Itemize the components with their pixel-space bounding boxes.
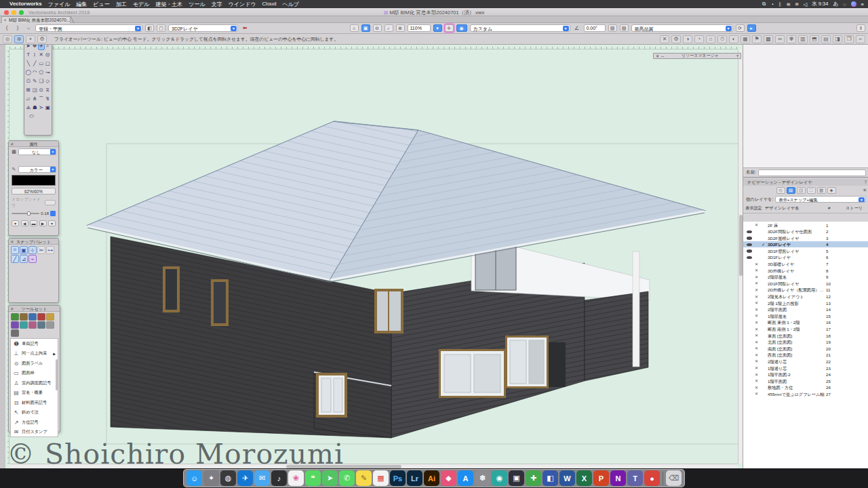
siri-icon[interactable] [851,1,856,7]
toolset-item-8[interactable]: ↗方位記号 [11,418,58,428]
render-option-icon-6[interactable]: ◐ [729,35,738,43]
dock-icon-safari[interactable]: ✈ [237,470,253,486]
lineweight-slider[interactable] [12,213,39,214]
quality-dropdown[interactable]: 最高品質 [631,24,733,32]
layer-row-3[interactable]: 3D2F屋根レイヤ3 [743,235,868,241]
render-option-icon-5[interactable]: ⏱ [717,35,727,43]
dock-icon-launchpad[interactable]: ✦ [203,470,219,486]
plan-rotation-button[interactable]: ✛ [445,24,454,32]
status-icon-0[interactable]: ⧉ [762,1,766,7]
vertical-scrollbar[interactable] [738,49,743,464]
basic-tool-5[interactable]: ⟟ [32,50,39,59]
toolset-category-9[interactable] [46,321,54,329]
visibility-hidden-icon[interactable]: ✕ [755,333,758,338]
visibility-hidden-icon[interactable]: ✕ [755,268,758,272]
snap-tool-0[interactable]: ⌗ [11,246,19,254]
dock-icon-photos[interactable]: ❀ [288,470,304,486]
visibility-hidden-icon[interactable]: ✕ [755,313,758,318]
render-option-icon-16[interactable]: ❐ [844,35,854,43]
opacity-button[interactable]: 62%/60% [12,188,56,195]
basic-tool-22[interactable]: ⊙ [38,85,45,94]
render-option-icon-12[interactable]: ▥ [798,35,808,43]
layer-row-14[interactable]: ✕2階平面図14 [743,306,868,313]
snap-tool-1[interactable]: ▣ [20,246,28,254]
viewbar-expand-button[interactable]: ⇕ [856,24,865,32]
visibility-hidden-icon[interactable]: ✕ [755,391,758,396]
flyover-settings-button[interactable]: ⚙ [37,35,47,43]
status-icon-2[interactable]: ᛒ [778,1,782,7]
basic-tool-11[interactable]: ▢ [45,59,52,68]
dock-icon-mail[interactable]: ✉ [254,470,270,486]
resource-manager-collapsed-window[interactable]: ✕ ─ リソースマネージャ ? [653,53,741,59]
palette-close-icon[interactable]: ✕ [10,239,14,245]
visibility-hidden-icon[interactable]: ✕ [755,287,758,292]
render-option-icon-1[interactable]: ⚙ [671,35,681,43]
layer-row-12[interactable]: ✕2階見本レイアウト12 [743,293,868,300]
basic-tool-30[interactable]: ≻ [38,103,45,112]
toolset-item-6[interactable]: ⊟材料図示記号 [11,398,58,408]
layer-row-16[interactable]: ✕断面 東側 1・2階16 [743,319,868,326]
menu-item-2[interactable]: 編集 [76,1,87,8]
active-layer-dropdown[interactable]: 3D2Fレイヤ [168,24,238,32]
layer-row-4[interactable]: ✓3D2Fレイヤ4 [743,241,868,248]
projection-dropdown[interactable]: カスタム [470,24,570,32]
basic-tool-12[interactable]: ◯ [25,68,32,77]
dock-icon-dark-app-2[interactable]: ▣ [509,470,524,486]
update-button[interactable]: ▸ [747,24,756,32]
layer-row-2[interactable]: 3D2F間取レイヤ仕図面2 [743,228,868,235]
layer-row-24[interactable]: ✕1階平面図-224 [743,371,868,378]
visibility-hidden-icon[interactable]: ✕ [755,262,758,266]
flyover-mode-3-button[interactable]: ⌖ [26,35,35,43]
resource-manager-minimize-icon[interactable]: ─ [661,54,664,58]
dock-icon-teams[interactable]: T [627,470,643,486]
toolset-category-7[interactable] [28,321,37,329]
layer-row-9[interactable]: ✕2階部屋名9 [743,274,868,281]
lock-icon[interactable]: ⌂ [350,24,359,32]
render-option-icon-0[interactable]: ✕ [660,35,669,43]
notification-center-icon[interactable]: ≡ [861,1,864,7]
menu-item-11[interactable]: ヘルプ [282,1,299,8]
basic-tool-29[interactable]: ☗ [32,103,39,112]
render-option-icon-10[interactable]: ═ [775,35,785,43]
dock-icon-pink-app[interactable]: ◆ [441,470,456,486]
visibility-hidden-icon[interactable]: ✕ [755,294,758,299]
visibility-hidden-icon[interactable]: ✕ [755,300,758,305]
basic-tool-15[interactable]: ↝ [45,68,52,77]
angle-field[interactable]: 0.00° [584,24,606,32]
visibility-eye-icon[interactable] [747,243,752,247]
basic-tool-31[interactable]: ▣ [45,103,52,112]
navigation-menu-icon[interactable]: ✳ [863,188,867,193]
dock-icon-blue-app[interactable]: ◧ [542,470,558,486]
toolset-category-1[interactable] [20,313,28,321]
toolset-item-7[interactable]: ↖斜め寸法 [11,408,58,418]
render-option-icon-4[interactable]: ⌂ [706,35,715,43]
basic-tool-18[interactable]: ❏ [38,77,45,85]
render-option-icon-9[interactable]: ▩ [764,35,773,43]
marker-button-1[interactable]: ◀ [21,220,28,226]
layer-row-8[interactable]: ✕3D外構レイヤ8 [743,267,868,274]
menu-item-9[interactable]: ウインドウ [229,1,256,8]
visibility-eye-icon[interactable] [747,249,752,253]
toolset-item-1[interactable]: ⊥同一点上拘束▶ [11,349,58,359]
menu-clock[interactable]: 水 9:34 [812,1,828,7]
lineweight-dropdown-icon[interactable] [50,211,56,216]
basic-tool-14[interactable]: ⬠ [38,68,45,77]
marker-button-4[interactable]: ▾ [48,220,56,226]
layer-row-26[interactable]: ✕敷地図・方位26 [743,384,868,391]
visibility-hidden-icon[interactable]: ✕ [755,346,758,350]
saved-views-icon[interactable]: ⌔ [24,24,33,32]
dock-icon-illustrator[interactable]: Ai [424,470,439,486]
menu-item-10[interactable]: Cloud [262,1,277,8]
marker-button-0[interactable]: ▾ [12,220,19,226]
visibility-hidden-icon[interactable]: ✕ [755,359,758,363]
navigation-tab-1[interactable]: ▤ [787,187,795,194]
layer-options-icon[interactable]: ▢ [157,24,165,32]
render-option-icon-13[interactable]: ⬒ [810,35,819,43]
status-icon-3[interactable]: ≋ [786,1,790,7]
dock-icon-powerpoint[interactable]: P [593,470,609,486]
basic-tool-16[interactable]: ⛋ [25,77,32,85]
render-option-icon-3[interactable]: ◔ [694,35,704,43]
status-icon-5[interactable]: ◁ [803,1,807,7]
dock-icon-word[interactable]: W [559,470,575,486]
visibility-eye-icon[interactable] [747,237,752,240]
